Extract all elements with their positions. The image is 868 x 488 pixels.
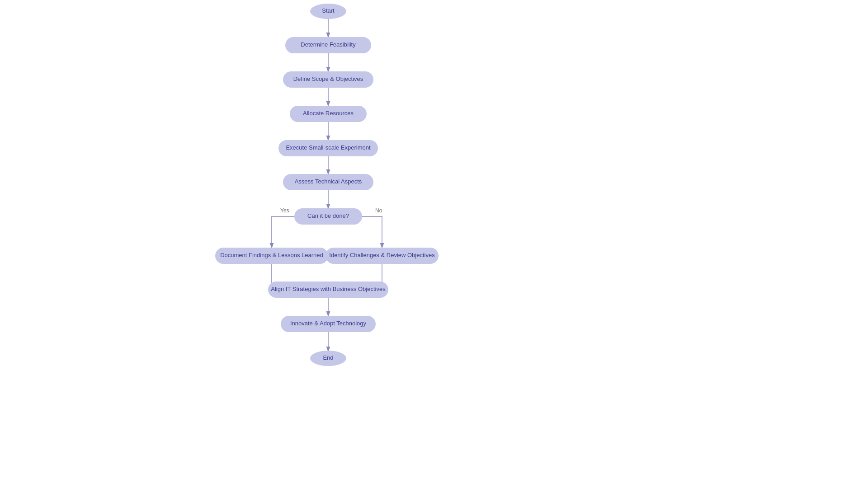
arrow-decision-document: [272, 216, 297, 247]
document-label: Document Findings & Lessons Learned: [220, 252, 323, 258]
execute-label: Execute Small-scale Experiment: [286, 144, 371, 151]
allocate-label: Allocate Resources: [303, 110, 354, 117]
flowchart-container: Yes No Start Determine Feasibility Defin…: [0, 0, 868, 488]
start-label: Start: [322, 7, 335, 14]
yes-label: Yes: [280, 207, 289, 214]
innovate-label: Innovate & Adopt Technology: [290, 320, 367, 327]
end-label: End: [323, 354, 333, 361]
align-label: Align IT Strategies with Business Object…: [271, 286, 386, 292]
arrow-decision-identify: [360, 216, 382, 247]
assess-label: Assess Technical Aspects: [295, 178, 362, 185]
feasibility-label: Determine Feasibility: [301, 41, 356, 48]
no-label: No: [375, 207, 382, 214]
decision-label: Can it be done?: [307, 212, 349, 219]
scope-label: Define Scope & Objectives: [293, 75, 363, 82]
identify-label: Identify Challenges & Review Objectives: [329, 252, 435, 258]
